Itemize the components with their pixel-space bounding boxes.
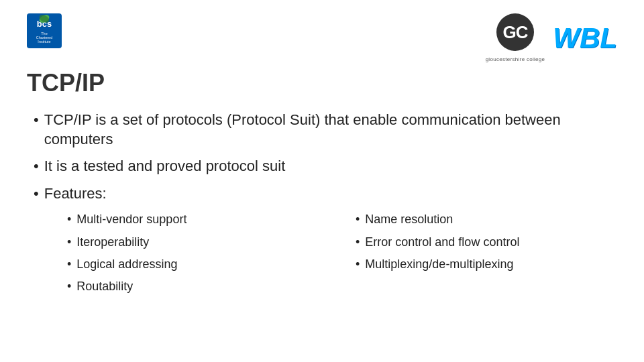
bullet-item-1: • TCP/IP is a set of protocols (Protocol…	[34, 111, 617, 149]
page-title: TCP/IP	[27, 69, 617, 97]
right-logos: GC gloucestershire college WBL	[486, 13, 617, 62]
slide: bcs The Chartered Institute GC glouceste…	[0, 0, 644, 362]
bcs-logo: bcs The Chartered Institute	[27, 13, 62, 48]
bullet-dot-1: •	[34, 111, 39, 130]
sub-bullet-2: • Iteroperability	[67, 234, 329, 251]
svg-text:Institute: Institute	[38, 40, 50, 44]
sub-bullet-4: • Routability	[67, 278, 329, 295]
sub-text-6: Error control and flow control	[365, 234, 519, 251]
content-area: • TCP/IP is a set of protocols (Protocol…	[27, 111, 617, 299]
sub-text-3: Logical addressing	[76, 256, 177, 273]
sub-dot-1: •	[67, 211, 71, 228]
sub-text-7: Multiplexing/de-multiplexing	[365, 256, 513, 273]
sub-dot-2: •	[67, 234, 71, 251]
bullet-dot-2: •	[34, 157, 39, 176]
gc-logo-svg: GC	[494, 13, 536, 55]
gc-logo-container: GC gloucestershire college	[486, 13, 545, 62]
sub-dot-5: •	[356, 211, 360, 228]
sub-dot-3: •	[67, 256, 71, 273]
sub-dot-6: •	[356, 234, 360, 251]
sub-dot-4: •	[67, 278, 71, 295]
sub-bullets-container: • Multi-vendor support • Name resolution…	[67, 211, 617, 299]
bullet-item-2: • It is a tested and proved protocol sui…	[34, 157, 617, 176]
sub-bullet-7: • Multiplexing/de-multiplexing	[356, 256, 617, 273]
svg-text:GC: GC	[502, 22, 528, 42]
bullet-text-2: It is a tested and proved protocol suit	[44, 157, 286, 176]
sub-text-5: Name resolution	[365, 211, 453, 228]
bullet-text-3: Features:	[44, 184, 107, 204]
wbl-label: WBL	[553, 24, 617, 52]
sub-bullet-3: • Logical addressing	[67, 256, 329, 273]
bullet-item-3: • Features:	[34, 184, 617, 204]
bullet-dot-3: •	[34, 184, 39, 204]
sub-text-4: Routability	[76, 278, 133, 295]
sub-bullet-5: • Name resolution	[356, 211, 617, 228]
top-bar: bcs The Chartered Institute GC glouceste…	[27, 13, 617, 62]
sub-bullet-1: • Multi-vendor support	[67, 211, 329, 228]
bullet-text-1: TCP/IP is a set of protocols (Protocol S…	[44, 111, 617, 149]
sub-bullet-6: • Error control and flow control	[356, 234, 617, 251]
sub-text-1: Multi-vendor support	[76, 211, 186, 228]
sub-text-2: Iteroperability	[76, 234, 149, 251]
sub-dot-7: •	[356, 256, 360, 273]
gc-college-name: gloucestershire college	[486, 56, 545, 62]
